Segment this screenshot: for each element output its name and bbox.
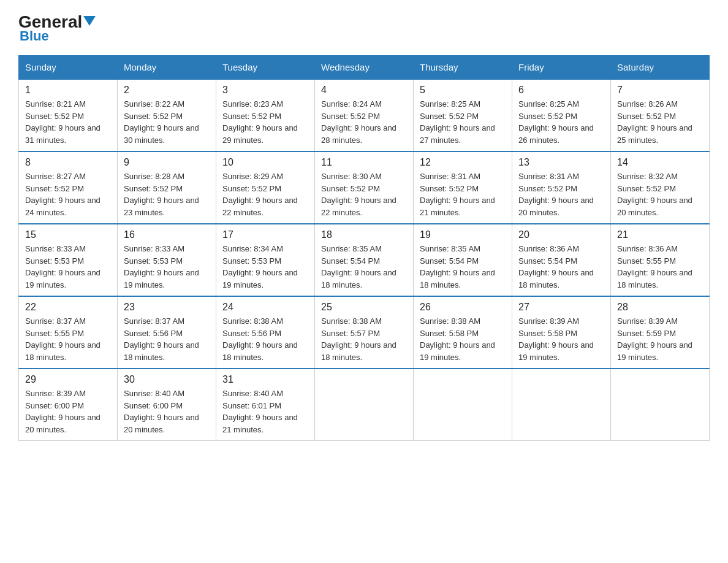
day-info: Sunrise: 8:34 AMSunset: 5:53 PMDaylight:… xyxy=(222,243,308,291)
day-info: Sunrise: 8:33 AMSunset: 5:53 PMDaylight:… xyxy=(124,243,210,291)
calendar-cell: 10Sunrise: 8:29 AMSunset: 5:52 PMDayligh… xyxy=(216,151,315,224)
day-info: Sunrise: 8:31 AMSunset: 5:52 PMDaylight:… xyxy=(518,170,604,218)
calendar-cell: 14Sunrise: 8:32 AMSunset: 5:52 PMDayligh… xyxy=(611,151,710,224)
calendar-cell: 11Sunrise: 8:30 AMSunset: 5:52 PMDayligh… xyxy=(315,151,414,224)
calendar-cell xyxy=(611,369,710,441)
column-header-sunday: Sunday xyxy=(19,56,118,80)
day-number: 16 xyxy=(124,229,210,240)
day-info: Sunrise: 8:35 AMSunset: 5:54 PMDaylight:… xyxy=(321,243,407,291)
logo: General Blue xyxy=(18,12,96,44)
day-number: 12 xyxy=(420,157,506,168)
calendar-cell: 20Sunrise: 8:36 AMSunset: 5:54 PMDayligh… xyxy=(512,224,611,296)
calendar-cell: 24Sunrise: 8:38 AMSunset: 5:56 PMDayligh… xyxy=(216,296,315,369)
column-header-wednesday: Wednesday xyxy=(315,56,414,80)
day-info: Sunrise: 8:22 AMSunset: 5:52 PMDaylight:… xyxy=(124,98,210,146)
calendar-cell: 21Sunrise: 8:36 AMSunset: 5:55 PMDayligh… xyxy=(611,224,710,296)
day-info: Sunrise: 8:21 AMSunset: 5:52 PMDaylight:… xyxy=(25,98,111,146)
column-header-monday: Monday xyxy=(118,56,216,80)
calendar-cell: 29Sunrise: 8:39 AMSunset: 6:00 PMDayligh… xyxy=(19,369,118,441)
week-row-5: 29Sunrise: 8:39 AMSunset: 6:00 PMDayligh… xyxy=(19,369,710,441)
calendar-cell: 26Sunrise: 8:38 AMSunset: 5:58 PMDayligh… xyxy=(414,296,512,369)
day-number: 26 xyxy=(420,302,506,313)
day-number: 19 xyxy=(420,229,506,240)
calendar-cell: 19Sunrise: 8:35 AMSunset: 5:54 PMDayligh… xyxy=(414,224,512,296)
day-info: Sunrise: 8:33 AMSunset: 5:53 PMDaylight:… xyxy=(25,243,111,291)
calendar-cell: 18Sunrise: 8:35 AMSunset: 5:54 PMDayligh… xyxy=(315,224,414,296)
calendar-cell: 2Sunrise: 8:22 AMSunset: 5:52 PMDaylight… xyxy=(118,79,216,151)
week-row-2: 8Sunrise: 8:27 AMSunset: 5:52 PMDaylight… xyxy=(19,151,710,224)
day-number: 5 xyxy=(420,85,506,96)
column-header-thursday: Thursday xyxy=(414,56,512,80)
day-info: Sunrise: 8:40 AMSunset: 6:01 PMDaylight:… xyxy=(222,388,308,435)
day-info: Sunrise: 8:39 AMSunset: 5:58 PMDaylight:… xyxy=(518,315,604,363)
calendar-cell xyxy=(414,369,512,441)
day-number: 17 xyxy=(222,229,308,240)
day-number: 27 xyxy=(518,302,604,313)
calendar-cell: 31Sunrise: 8:40 AMSunset: 6:01 PMDayligh… xyxy=(216,369,315,441)
day-number: 24 xyxy=(222,302,308,313)
calendar-cell: 30Sunrise: 8:40 AMSunset: 6:00 PMDayligh… xyxy=(118,369,216,441)
calendar-cell: 25Sunrise: 8:38 AMSunset: 5:57 PMDayligh… xyxy=(315,296,414,369)
calendar-cell: 3Sunrise: 8:23 AMSunset: 5:52 PMDaylight… xyxy=(216,79,315,151)
calendar-cell: 16Sunrise: 8:33 AMSunset: 5:53 PMDayligh… xyxy=(118,224,216,296)
day-info: Sunrise: 8:27 AMSunset: 5:52 PMDaylight:… xyxy=(25,170,111,218)
calendar-cell: 12Sunrise: 8:31 AMSunset: 5:52 PMDayligh… xyxy=(414,151,512,224)
page-header: General Blue xyxy=(18,12,710,44)
day-info: Sunrise: 8:32 AMSunset: 5:52 PMDaylight:… xyxy=(617,170,703,218)
day-info: Sunrise: 8:25 AMSunset: 5:52 PMDaylight:… xyxy=(518,98,604,146)
calendar-table: SundayMondayTuesdayWednesdayThursdayFrid… xyxy=(18,55,710,441)
calendar-cell: 23Sunrise: 8:37 AMSunset: 5:56 PMDayligh… xyxy=(118,296,216,369)
day-number: 23 xyxy=(124,302,210,313)
calendar-cell: 6Sunrise: 8:25 AMSunset: 5:52 PMDaylight… xyxy=(512,79,611,151)
week-row-4: 22Sunrise: 8:37 AMSunset: 5:55 PMDayligh… xyxy=(19,296,710,369)
day-number: 21 xyxy=(617,229,703,240)
day-number: 9 xyxy=(124,157,210,168)
day-number: 25 xyxy=(321,302,407,313)
calendar-cell: 15Sunrise: 8:33 AMSunset: 5:53 PMDayligh… xyxy=(19,224,118,296)
calendar-cell: 27Sunrise: 8:39 AMSunset: 5:58 PMDayligh… xyxy=(512,296,611,369)
day-number: 4 xyxy=(321,85,407,96)
day-info: Sunrise: 8:30 AMSunset: 5:52 PMDaylight:… xyxy=(321,170,407,218)
day-info: Sunrise: 8:38 AMSunset: 5:58 PMDaylight:… xyxy=(420,315,506,363)
day-info: Sunrise: 8:36 AMSunset: 5:54 PMDaylight:… xyxy=(518,243,604,291)
day-info: Sunrise: 8:38 AMSunset: 5:57 PMDaylight:… xyxy=(321,315,407,363)
logo-blue-text: Blue xyxy=(20,28,49,44)
day-number: 3 xyxy=(222,85,308,96)
calendar-cell: 5Sunrise: 8:25 AMSunset: 5:52 PMDaylight… xyxy=(414,79,512,151)
week-row-3: 15Sunrise: 8:33 AMSunset: 5:53 PMDayligh… xyxy=(19,224,710,296)
day-info: Sunrise: 8:39 AMSunset: 5:59 PMDaylight:… xyxy=(617,315,703,363)
day-number: 30 xyxy=(124,374,210,385)
day-info: Sunrise: 8:31 AMSunset: 5:52 PMDaylight:… xyxy=(420,170,506,218)
day-number: 28 xyxy=(617,302,703,313)
day-info: Sunrise: 8:37 AMSunset: 5:55 PMDaylight:… xyxy=(25,315,111,363)
day-info: Sunrise: 8:23 AMSunset: 5:52 PMDaylight:… xyxy=(222,98,308,146)
day-number: 11 xyxy=(321,157,407,168)
day-info: Sunrise: 8:39 AMSunset: 6:00 PMDaylight:… xyxy=(25,388,111,435)
day-number: 22 xyxy=(25,302,111,313)
day-info: Sunrise: 8:26 AMSunset: 5:52 PMDaylight:… xyxy=(617,98,703,146)
day-number: 13 xyxy=(518,157,604,168)
logo-triangle-icon xyxy=(83,16,96,26)
column-header-tuesday: Tuesday xyxy=(216,56,315,80)
day-number: 14 xyxy=(617,157,703,168)
day-number: 20 xyxy=(518,229,604,240)
day-number: 18 xyxy=(321,229,407,240)
calendar-cell: 1Sunrise: 8:21 AMSunset: 5:52 PMDaylight… xyxy=(19,79,118,151)
day-number: 29 xyxy=(25,374,111,385)
day-info: Sunrise: 8:38 AMSunset: 5:56 PMDaylight:… xyxy=(222,315,308,363)
calendar-cell: 17Sunrise: 8:34 AMSunset: 5:53 PMDayligh… xyxy=(216,224,315,296)
calendar-cell: 7Sunrise: 8:26 AMSunset: 5:52 PMDaylight… xyxy=(611,79,710,151)
calendar-cell: 8Sunrise: 8:27 AMSunset: 5:52 PMDaylight… xyxy=(19,151,118,224)
day-number: 15 xyxy=(25,229,111,240)
column-header-friday: Friday xyxy=(512,56,611,80)
day-number: 7 xyxy=(617,85,703,96)
day-number: 8 xyxy=(25,157,111,168)
calendar-cell: 13Sunrise: 8:31 AMSunset: 5:52 PMDayligh… xyxy=(512,151,611,224)
column-header-saturday: Saturday xyxy=(611,56,710,80)
week-row-1: 1Sunrise: 8:21 AMSunset: 5:52 PMDaylight… xyxy=(19,79,710,151)
day-info: Sunrise: 8:29 AMSunset: 5:52 PMDaylight:… xyxy=(222,170,308,218)
day-number: 6 xyxy=(518,85,604,96)
day-info: Sunrise: 8:37 AMSunset: 5:56 PMDaylight:… xyxy=(124,315,210,363)
day-info: Sunrise: 8:24 AMSunset: 5:52 PMDaylight:… xyxy=(321,98,407,146)
calendar-cell: 22Sunrise: 8:37 AMSunset: 5:55 PMDayligh… xyxy=(19,296,118,369)
